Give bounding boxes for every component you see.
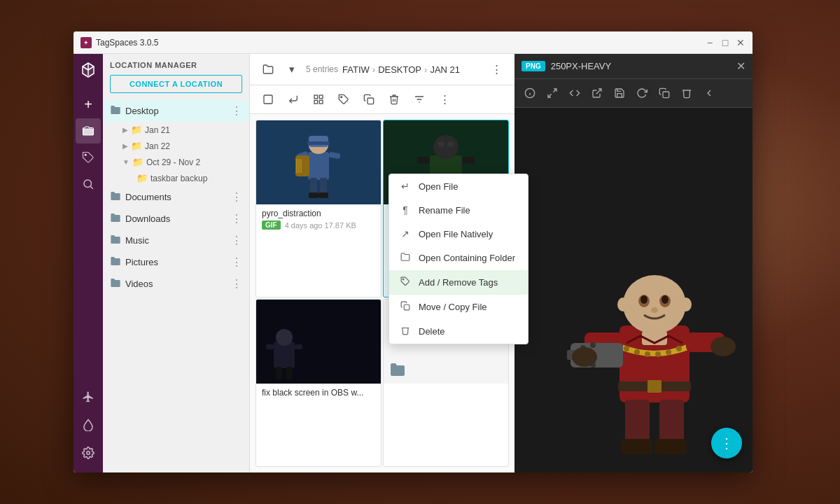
flight-icon[interactable] xyxy=(76,384,101,410)
grid-view-button[interactable] xyxy=(309,90,328,109)
svg-point-59 xyxy=(634,349,640,355)
folder-jan21[interactable]: ▶ 📁 Jan 21 xyxy=(117,122,249,138)
fullscreen-button[interactable] xyxy=(542,83,562,103)
rename-file-label: Rename File xyxy=(419,205,470,216)
folder-jan22[interactable]: ▶ 📁 Jan 22 xyxy=(117,138,249,154)
more-actions-button[interactable]: ⋮ xyxy=(435,90,454,109)
path-jan21[interactable]: JAN 21 xyxy=(430,64,460,75)
external-button[interactable] xyxy=(587,83,607,103)
tags-icon[interactable] xyxy=(76,145,101,170)
maximize-button[interactable]: □ xyxy=(720,38,730,48)
svg-rect-23 xyxy=(309,192,318,198)
desktop-more-icon[interactable]: ⋮ xyxy=(231,104,242,118)
folder-icon xyxy=(110,104,121,118)
path-fatiw[interactable]: FATIW xyxy=(342,64,370,75)
file-card-pyro[interactable]: pyro_distraction GIF 4 days ago 17.87 KB xyxy=(255,120,382,298)
svg-rect-28 xyxy=(462,157,475,164)
documents-label: Documents xyxy=(125,192,231,202)
collapse-preview-button[interactable] xyxy=(699,83,719,103)
file-card-obs[interactable]: fix black screen in OBS w... xyxy=(255,299,382,468)
videos-more-icon[interactable]: ⋮ xyxy=(231,277,242,290)
svg-point-70 xyxy=(590,342,596,348)
svg-rect-27 xyxy=(417,157,430,164)
add-tags-icon xyxy=(399,276,412,288)
move-copy-label: Move / Copy File xyxy=(419,302,487,312)
context-open-natively[interactable]: ↗ Open File Natively xyxy=(389,222,528,246)
context-delete[interactable]: Delete xyxy=(389,319,528,344)
refresh-button[interactable] xyxy=(632,83,652,103)
file-size-pyro: 4 days ago 17.87 KB xyxy=(285,221,356,230)
context-open-folder[interactable]: Open Containing Folder xyxy=(389,246,528,270)
folder-icon xyxy=(110,234,121,247)
sidebar-bottom xyxy=(76,384,101,467)
oct-nov-tree: 📁 taskbar backup xyxy=(117,170,249,186)
music-more-icon[interactable]: ⋮ xyxy=(231,234,242,247)
checkbox-button[interactable] xyxy=(258,90,278,109)
downloads-label: Downloads xyxy=(125,214,231,224)
context-rename-file[interactable]: ¶ Rename File xyxy=(389,198,528,222)
svg-rect-37 xyxy=(276,367,282,379)
folders-icon[interactable] xyxy=(76,118,101,144)
videos-label: Videos xyxy=(125,279,231,289)
pictures-more-icon[interactable]: ⋮ xyxy=(231,255,242,269)
preview-close-button[interactable]: ✕ xyxy=(736,59,746,73)
svg-point-78 xyxy=(710,337,736,356)
add-icon[interactable]: + xyxy=(76,92,101,117)
location-item-documents[interactable]: Documents ⋮ xyxy=(103,186,249,208)
context-add-tags[interactable]: Add / Remove Tags xyxy=(389,270,528,295)
save-button[interactable] xyxy=(610,83,629,103)
file-info-4 xyxy=(384,384,508,392)
context-move-copy[interactable]: Move / Copy File xyxy=(389,295,528,319)
folder-open-button[interactable] xyxy=(258,59,278,79)
location-item-pictures[interactable]: Pictures ⋮ xyxy=(103,251,249,273)
svg-rect-36 xyxy=(295,344,302,349)
location-item-music[interactable]: Music ⋮ xyxy=(103,230,249,251)
delete-button[interactable] xyxy=(384,90,404,109)
svg-rect-6 xyxy=(319,95,323,99)
minimize-button[interactable]: − xyxy=(705,38,715,48)
add-tags-label: Add / Remove Tags xyxy=(419,277,498,288)
svg-point-26 xyxy=(433,135,458,159)
documents-more-icon[interactable]: ⋮ xyxy=(231,190,242,204)
downloads-more-icon[interactable]: ⋮ xyxy=(231,212,242,225)
info-button[interactable] xyxy=(520,83,540,103)
location-item-downloads[interactable]: Downloads ⋮ xyxy=(103,208,249,230)
folder-taskbar[interactable]: 📁 taskbar backup xyxy=(131,170,249,186)
location-item-desktop[interactable]: Desktop ⋮ xyxy=(103,100,249,122)
context-open-file[interactable]: ↵ Open File xyxy=(389,174,528,198)
folder-oct-nov[interactable]: ▼ 📁 Oct 29 - Nov 2 xyxy=(117,154,249,170)
path-more-button[interactable]: ⋮ xyxy=(486,59,506,79)
svg-rect-74 xyxy=(659,400,684,445)
delete-preview-button[interactable] xyxy=(677,83,696,103)
open-natively-icon: ↗ xyxy=(399,228,412,239)
move-copy-icon xyxy=(399,301,412,313)
folder-dropdown-button[interactable]: ▾ xyxy=(282,59,302,79)
close-button[interactable]: ✕ xyxy=(736,38,746,48)
svg-rect-38 xyxy=(286,367,293,379)
search-icon[interactable] xyxy=(76,172,101,197)
svg-rect-14 xyxy=(307,141,330,145)
fab-button[interactable]: ⋮ xyxy=(711,428,742,458)
location-item-videos[interactable]: Videos ⋮ xyxy=(103,273,249,295)
droplet-icon[interactable] xyxy=(76,412,101,438)
svg-rect-5 xyxy=(314,95,318,99)
svg-point-52 xyxy=(651,307,658,313)
code-button[interactable] xyxy=(565,83,584,103)
connect-location-button[interactable]: CONNECT A LOCATION xyxy=(110,75,242,93)
folder-icon: 📁 xyxy=(131,125,142,135)
sidebar: + xyxy=(74,54,103,472)
sort-button[interactable] xyxy=(410,90,429,109)
copy-button[interactable] xyxy=(359,90,379,109)
svg-rect-4 xyxy=(264,95,272,104)
context-menu: ↵ Open File ¶ Rename File ↗ Open File Na… xyxy=(388,174,528,344)
open-button[interactable] xyxy=(284,90,303,109)
copy-preview-button[interactable] xyxy=(654,83,674,103)
preview-panel: PNG 250PX-HEAVY ✕ xyxy=(514,54,752,472)
settings-icon[interactable] xyxy=(76,440,101,465)
path-sep-1: › xyxy=(372,64,375,75)
tag-button[interactable] xyxy=(334,90,354,109)
expand-icon: ▶ xyxy=(122,126,128,134)
svg-point-60 xyxy=(645,351,650,357)
pictures-label: Pictures xyxy=(125,257,231,267)
path-desktop[interactable]: DESKTOP xyxy=(378,64,421,75)
